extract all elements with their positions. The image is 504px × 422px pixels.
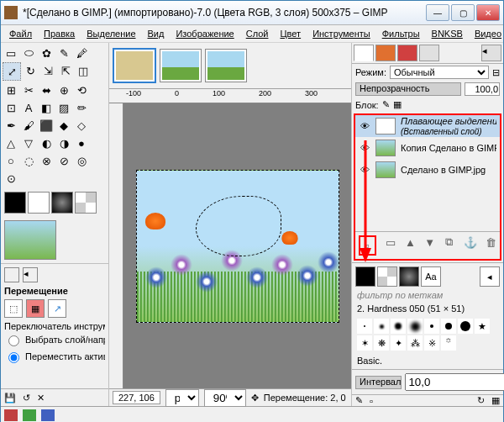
layer-row-0[interactable]: 👁Плавающее выделение(Вставленный слой) xyxy=(355,115,500,137)
layer-group-icon[interactable]: ▭ xyxy=(385,235,396,249)
brush-font-icon[interactable]: Aa xyxy=(421,266,441,287)
radio-move-active[interactable]: Переместить активный сл xyxy=(4,348,105,365)
mode-select[interactable]: Обычный xyxy=(390,66,489,79)
tool-22[interactable]: ⬛ xyxy=(38,117,55,134)
recent-image-thumb[interactable] xyxy=(4,220,56,260)
gradient-swatch[interactable] xyxy=(51,192,73,214)
options-save-icon[interactable]: 💾 xyxy=(4,393,16,404)
tool-12[interactable]: ⬌ xyxy=(38,82,55,98)
tool-16[interactable]: A xyxy=(20,99,37,116)
tool-14[interactable]: ⟲ xyxy=(73,82,90,98)
tool-33[interactable]: ⊘ xyxy=(55,152,72,169)
menu-select[interactable]: Выделение xyxy=(81,27,140,40)
tool-10[interactable]: ⊞ xyxy=(3,82,19,98)
layer-row-1[interactable]: 👁Копия Сделано в GIMP.j xyxy=(355,137,500,159)
channels-tab[interactable] xyxy=(375,45,396,61)
tool-8[interactable]: ⇱ xyxy=(57,62,74,79)
tool-13[interactable]: ⊕ xyxy=(55,82,72,98)
anchor-layer-icon[interactable]: ⚓ xyxy=(464,235,477,249)
lock-pixels-icon[interactable]: ✎ xyxy=(382,99,390,110)
image-tab-2[interactable] xyxy=(160,49,202,82)
options-delete-icon[interactable]: ✕ xyxy=(37,393,45,404)
duplicate-layer-icon[interactable]: ⧉ xyxy=(444,235,454,249)
brush-gradient-icon[interactable] xyxy=(399,266,419,287)
paths-tab[interactable] xyxy=(397,45,417,61)
footer-red-icon[interactable] xyxy=(4,409,18,421)
layers-tab[interactable] xyxy=(354,45,374,61)
tool-1[interactable]: ⬭ xyxy=(20,45,37,61)
layer-name[interactable]: Плавающее выделение(Вставленный слой) xyxy=(401,116,496,136)
tool-30[interactable]: ○ xyxy=(3,152,19,169)
lower-layer-icon[interactable]: ▼ xyxy=(424,235,435,249)
brush-menu-icon[interactable]: ◂ xyxy=(480,266,500,287)
tool-17[interactable]: ◧ xyxy=(38,99,55,116)
move-mode-selection-icon[interactable]: ▦ xyxy=(26,299,45,318)
brush-refresh-icon[interactable]: ↻ xyxy=(477,395,485,406)
lock-alpha-icon[interactable]: ▦ xyxy=(393,99,402,110)
tool-23[interactable]: ◆ xyxy=(55,117,72,134)
layer-visibility-icon[interactable]: 👁 xyxy=(359,142,370,154)
menu-layer[interactable]: Слой xyxy=(241,27,274,40)
minimize-button[interactable]: — xyxy=(426,4,449,21)
brush-category[interactable]: Basic. xyxy=(354,354,501,367)
menu-filters[interactable]: Фильтры xyxy=(377,27,425,40)
options-menu-icon[interactable]: ◂ xyxy=(23,267,38,282)
brush-filter-label[interactable]: фильтр по меткам xyxy=(354,288,501,302)
tool-32[interactable]: ⊗ xyxy=(38,152,55,169)
tool-7[interactable]: ⇲ xyxy=(39,62,56,79)
dock-menu-icon[interactable]: ◂ xyxy=(481,45,501,61)
menu-file[interactable]: Файл xyxy=(4,27,37,40)
status-zoom[interactable]: 90% xyxy=(204,389,246,407)
image-tab-3[interactable] xyxy=(205,49,247,82)
menu-video[interactable]: Видео xyxy=(470,27,504,40)
tool-21[interactable]: 🖌 xyxy=(20,117,37,134)
floating-selection-outline[interactable] xyxy=(196,196,281,256)
footer-green-icon[interactable] xyxy=(23,409,36,421)
move-mode-layer-icon[interactable]: ⬚ xyxy=(4,299,23,318)
tool-4[interactable]: 🖉 xyxy=(73,45,90,61)
fg-color[interactable] xyxy=(4,192,26,214)
tool-26[interactable]: ▽ xyxy=(20,135,37,151)
tool-3[interactable]: ✎ xyxy=(55,45,72,61)
new-layer-button[interactable]: ▫ xyxy=(359,235,376,256)
close-button[interactable]: ✕ xyxy=(476,4,500,21)
tool-35[interactable]: ⊙ xyxy=(3,170,19,187)
menu-tools[interactable]: Инструменты xyxy=(307,27,375,40)
status-unit[interactable]: px xyxy=(165,389,199,407)
tool-2[interactable]: ✿ xyxy=(38,45,55,61)
interval-slider[interactable]: Интервал xyxy=(355,376,402,389)
opacity-slider[interactable]: Непрозрачность xyxy=(355,82,461,96)
tool-31[interactable]: ◌ xyxy=(20,152,37,169)
tool-5[interactable]: ⤢ xyxy=(3,62,21,81)
interval-value[interactable] xyxy=(405,373,504,391)
menu-bnksb[interactable]: BNKSB xyxy=(427,27,468,40)
maximize-button[interactable]: ▢ xyxy=(451,4,475,21)
delete-layer-icon[interactable]: 🗑 xyxy=(486,235,496,249)
radio-pick-layer[interactable]: Выбрать слой/направля xyxy=(4,331,105,348)
menu-edit[interactable]: Правка xyxy=(39,27,80,40)
brush-grid-icon[interactable]: ▦ xyxy=(491,395,500,406)
tool-6[interactable]: ↻ xyxy=(22,62,39,79)
tool-19[interactable]: ✏ xyxy=(73,99,90,116)
layer-name[interactable]: Сделано в GIMP.jpg xyxy=(401,165,496,175)
brush-new-icon[interactable]: ▫ xyxy=(370,396,373,406)
opacity-value[interactable] xyxy=(465,82,500,96)
menu-image[interactable]: Изображение xyxy=(171,27,239,40)
options-tab-icon[interactable] xyxy=(4,267,19,282)
layer-name[interactable]: Копия Сделано в GIMP.j xyxy=(401,143,496,153)
footer-blue-icon[interactable] xyxy=(41,409,55,421)
mode-lock-icon[interactable]: ⊟ xyxy=(492,67,500,78)
layer-row-2[interactable]: 👁Сделано в GIMP.jpg xyxy=(355,159,500,181)
canvas-viewport[interactable] xyxy=(123,103,351,388)
tool-29[interactable]: ● xyxy=(73,135,90,151)
layer-visibility-icon[interactable]: 👁 xyxy=(359,120,370,132)
undo-tab[interactable] xyxy=(419,45,439,61)
brush-grid[interactable]: ★ ✶ ❋ ✦ ⁂ ※ ꙳ xyxy=(354,315,501,354)
move-mode-path-icon[interactable]: ↗ xyxy=(48,299,66,318)
brush-edit-icon[interactable]: ✎ xyxy=(355,395,363,406)
tool-24[interactable]: ◇ xyxy=(73,117,90,134)
menu-view[interactable]: Вид xyxy=(143,27,170,40)
tool-9[interactable]: ◫ xyxy=(75,62,92,79)
canvas[interactable] xyxy=(136,170,339,323)
layer-visibility-icon[interactable]: 👁 xyxy=(359,164,370,176)
